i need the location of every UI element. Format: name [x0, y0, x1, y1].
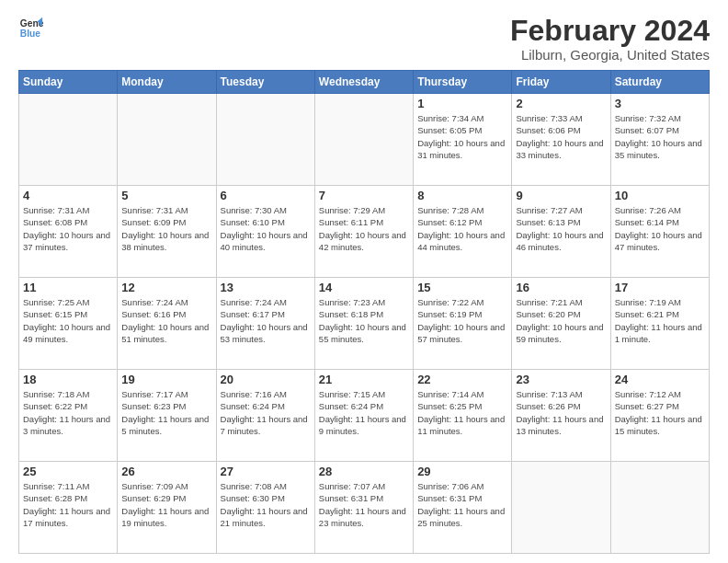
day-info: Sunrise: 7:08 AM Sunset: 6:30 PM Dayligh…: [221, 480, 311, 529]
calendar-day-14: 14Sunrise: 7:23 AM Sunset: 6:18 PM Dayli…: [314, 278, 413, 370]
weekday-header-saturday: Saturday: [610, 71, 709, 94]
weekday-header-thursday: Thursday: [414, 71, 512, 94]
calendar-day-29: 29Sunrise: 7:06 AM Sunset: 6:31 PM Dayli…: [414, 462, 512, 554]
day-info: Sunrise: 7:32 AM Sunset: 6:07 PM Dayligh…: [615, 112, 705, 161]
day-info: Sunrise: 7:17 AM Sunset: 6:23 PM Dayligh…: [121, 388, 211, 437]
day-info: Sunrise: 7:21 AM Sunset: 6:20 PM Dayligh…: [516, 296, 606, 345]
calendar-day-17: 17Sunrise: 7:19 AM Sunset: 6:21 PM Dayli…: [610, 278, 709, 370]
day-number: 10: [615, 189, 705, 202]
day-number: 23: [516, 373, 606, 386]
day-info: Sunrise: 7:18 AM Sunset: 6:22 PM Dayligh…: [23, 388, 113, 437]
day-number: 5: [121, 189, 211, 202]
day-number: 9: [516, 189, 606, 202]
calendar-day-24: 24Sunrise: 7:12 AM Sunset: 6:27 PM Dayli…: [610, 370, 709, 462]
calendar-day-10: 10Sunrise: 7:26 AM Sunset: 6:14 PM Dayli…: [610, 186, 709, 278]
weekday-header-monday: Monday: [118, 71, 216, 94]
day-info: Sunrise: 7:24 AM Sunset: 6:17 PM Dayligh…: [221, 296, 311, 345]
day-info: Sunrise: 7:19 AM Sunset: 6:21 PM Dayligh…: [615, 296, 705, 345]
day-info: Sunrise: 7:13 AM Sunset: 6:26 PM Dayligh…: [516, 388, 606, 437]
main-title: February 2024: [510, 15, 710, 47]
day-number: 17: [615, 281, 705, 294]
day-number: 21: [319, 373, 409, 386]
day-info: Sunrise: 7:31 AM Sunset: 6:09 PM Dayligh…: [121, 204, 211, 253]
calendar-day-12: 12Sunrise: 7:24 AM Sunset: 6:16 PM Dayli…: [118, 278, 216, 370]
day-info: Sunrise: 7:27 AM Sunset: 6:13 PM Dayligh…: [516, 204, 606, 253]
day-number: 7: [319, 189, 409, 202]
calendar-empty-cell: [314, 94, 413, 186]
calendar-table: SundayMondayTuesdayWednesdayThursdayFrid…: [18, 70, 710, 554]
day-number: 11: [23, 281, 113, 294]
weekday-header-wednesday: Wednesday: [314, 71, 413, 94]
day-number: 28: [319, 465, 409, 478]
calendar-week-row: 18Sunrise: 7:18 AM Sunset: 6:22 PM Dayli…: [19, 370, 710, 462]
calendar-empty-cell: [118, 94, 216, 186]
day-number: 8: [417, 189, 507, 202]
calendar-day-20: 20Sunrise: 7:16 AM Sunset: 6:24 PM Dayli…: [216, 370, 314, 462]
calendar-day-4: 4Sunrise: 7:31 AM Sunset: 6:08 PM Daylig…: [19, 186, 118, 278]
header: General Blue February 2024 Lilburn, Geor…: [18, 15, 710, 63]
day-info: Sunrise: 7:28 AM Sunset: 6:12 PM Dayligh…: [417, 204, 507, 253]
calendar-day-8: 8Sunrise: 7:28 AM Sunset: 6:12 PM Daylig…: [414, 186, 512, 278]
weekday-header-row: SundayMondayTuesdayWednesdayThursdayFrid…: [19, 71, 710, 94]
day-number: 15: [417, 281, 507, 294]
day-number: 12: [121, 281, 211, 294]
calendar-day-25: 25Sunrise: 7:11 AM Sunset: 6:28 PM Dayli…: [19, 462, 118, 554]
calendar-day-28: 28Sunrise: 7:07 AM Sunset: 6:31 PM Dayli…: [314, 462, 413, 554]
calendar-day-6: 6Sunrise: 7:30 AM Sunset: 6:10 PM Daylig…: [216, 186, 314, 278]
day-info: Sunrise: 7:16 AM Sunset: 6:24 PM Dayligh…: [221, 388, 311, 437]
calendar-day-15: 15Sunrise: 7:22 AM Sunset: 6:19 PM Dayli…: [414, 278, 512, 370]
logo: General Blue: [18, 15, 44, 40]
calendar-week-row: 4Sunrise: 7:31 AM Sunset: 6:08 PM Daylig…: [19, 186, 710, 278]
day-number: 25: [23, 465, 113, 478]
day-info: Sunrise: 7:30 AM Sunset: 6:10 PM Dayligh…: [221, 204, 311, 253]
calendar-empty-cell: [512, 462, 610, 554]
weekday-header-sunday: Sunday: [19, 71, 118, 94]
day-number: 26: [121, 465, 211, 478]
calendar-day-19: 19Sunrise: 7:17 AM Sunset: 6:23 PM Dayli…: [118, 370, 216, 462]
calendar-day-5: 5Sunrise: 7:31 AM Sunset: 6:09 PM Daylig…: [118, 186, 216, 278]
weekday-header-tuesday: Tuesday: [216, 71, 314, 94]
calendar-day-11: 11Sunrise: 7:25 AM Sunset: 6:15 PM Dayli…: [19, 278, 118, 370]
title-block: February 2024 Lilburn, Georgia, United S…: [510, 15, 710, 63]
day-info: Sunrise: 7:33 AM Sunset: 6:06 PM Dayligh…: [516, 112, 606, 161]
day-number: 27: [221, 465, 311, 478]
day-info: Sunrise: 7:22 AM Sunset: 6:19 PM Dayligh…: [417, 296, 507, 345]
day-info: Sunrise: 7:09 AM Sunset: 6:29 PM Dayligh…: [121, 480, 211, 529]
day-number: 29: [417, 465, 507, 478]
calendar-day-13: 13Sunrise: 7:24 AM Sunset: 6:17 PM Dayli…: [216, 278, 314, 370]
day-info: Sunrise: 7:34 AM Sunset: 6:05 PM Dayligh…: [417, 112, 507, 161]
weekday-header-friday: Friday: [512, 71, 610, 94]
day-info: Sunrise: 7:14 AM Sunset: 6:25 PM Dayligh…: [417, 388, 507, 437]
day-number: 14: [319, 281, 409, 294]
day-number: 18: [23, 373, 113, 386]
calendar-empty-cell: [216, 94, 314, 186]
day-info: Sunrise: 7:26 AM Sunset: 6:14 PM Dayligh…: [615, 204, 705, 253]
day-number: 16: [516, 281, 606, 294]
day-info: Sunrise: 7:29 AM Sunset: 6:11 PM Dayligh…: [319, 204, 409, 253]
day-number: 22: [417, 373, 507, 386]
logo-icon: General Blue: [18, 15, 44, 40]
calendar-day-3: 3Sunrise: 7:32 AM Sunset: 6:07 PM Daylig…: [610, 94, 709, 186]
day-number: 6: [221, 189, 311, 202]
day-info: Sunrise: 7:25 AM Sunset: 6:15 PM Dayligh…: [23, 296, 113, 345]
day-info: Sunrise: 7:07 AM Sunset: 6:31 PM Dayligh…: [319, 480, 409, 529]
day-number: 2: [516, 97, 606, 110]
day-number: 4: [23, 189, 113, 202]
day-number: 1: [417, 97, 507, 110]
subtitle: Lilburn, Georgia, United States: [510, 47, 710, 63]
day-info: Sunrise: 7:06 AM Sunset: 6:31 PM Dayligh…: [417, 480, 507, 529]
calendar-day-27: 27Sunrise: 7:08 AM Sunset: 6:30 PM Dayli…: [216, 462, 314, 554]
calendar-week-row: 1Sunrise: 7:34 AM Sunset: 6:05 PM Daylig…: [19, 94, 710, 186]
day-info: Sunrise: 7:12 AM Sunset: 6:27 PM Dayligh…: [615, 388, 705, 437]
calendar-empty-cell: [19, 94, 118, 186]
calendar-week-row: 25Sunrise: 7:11 AM Sunset: 6:28 PM Dayli…: [19, 462, 710, 554]
calendar-day-21: 21Sunrise: 7:15 AM Sunset: 6:24 PM Dayli…: [314, 370, 413, 462]
day-info: Sunrise: 7:23 AM Sunset: 6:18 PM Dayligh…: [319, 296, 409, 345]
calendar-empty-cell: [610, 462, 709, 554]
day-info: Sunrise: 7:15 AM Sunset: 6:24 PM Dayligh…: [319, 388, 409, 437]
calendar-day-22: 22Sunrise: 7:14 AM Sunset: 6:25 PM Dayli…: [414, 370, 512, 462]
day-number: 3: [615, 97, 705, 110]
day-number: 20: [221, 373, 311, 386]
calendar-day-18: 18Sunrise: 7:18 AM Sunset: 6:22 PM Dayli…: [19, 370, 118, 462]
calendar-day-16: 16Sunrise: 7:21 AM Sunset: 6:20 PM Dayli…: [512, 278, 610, 370]
